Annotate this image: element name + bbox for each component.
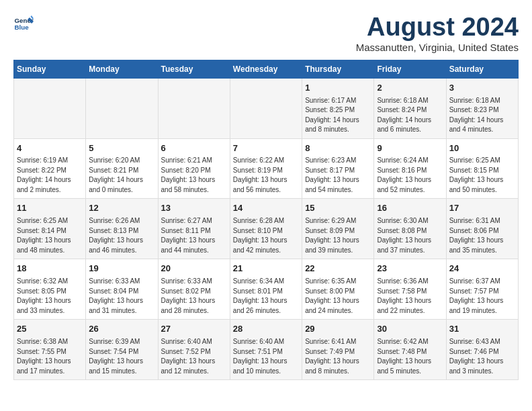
day-number: 22: [305, 263, 371, 275]
day-cell: 31Sunrise: 6:43 AM Sunset: 7:46 PM Dayli…: [446, 320, 518, 380]
day-cell: 22Sunrise: 6:35 AM Sunset: 8:00 PM Dayli…: [302, 259, 374, 320]
day-info: Sunrise: 6:17 AM Sunset: 8:25 PM Dayligh…: [305, 96, 371, 135]
day-cell: 15Sunrise: 6:29 AM Sunset: 8:09 PM Dayli…: [302, 199, 374, 259]
day-cell: 1Sunrise: 6:17 AM Sunset: 8:25 PM Daylig…: [302, 78, 374, 138]
week-row-5: 25Sunrise: 6:38 AM Sunset: 7:55 PM Dayli…: [14, 320, 519, 380]
column-header-wednesday: Wednesday: [230, 60, 302, 78]
day-info: Sunrise: 6:37 AM Sunset: 7:57 PM Dayligh…: [449, 277, 515, 316]
day-number: 6: [161, 142, 227, 155]
day-info: Sunrise: 6:33 AM Sunset: 8:04 PM Dayligh…: [89, 277, 154, 316]
day-number: 29: [305, 323, 371, 336]
day-number: 17: [449, 202, 515, 215]
column-header-monday: Monday: [86, 60, 158, 78]
day-info: Sunrise: 6:36 AM Sunset: 7:58 PM Dayligh…: [377, 277, 443, 316]
day-cell: 14Sunrise: 6:28 AM Sunset: 8:10 PM Dayli…: [230, 199, 302, 259]
day-info: Sunrise: 6:35 AM Sunset: 8:00 PM Dayligh…: [305, 277, 371, 316]
day-info: Sunrise: 6:24 AM Sunset: 8:16 PM Dayligh…: [377, 156, 443, 195]
day-cell: 19Sunrise: 6:33 AM Sunset: 8:04 PM Dayli…: [86, 259, 158, 320]
day-number: 2: [377, 82, 443, 95]
week-row-3: 11Sunrise: 6:25 AM Sunset: 8:14 PM Dayli…: [14, 199, 519, 259]
day-cell: 24Sunrise: 6:37 AM Sunset: 7:57 PM Dayli…: [446, 259, 518, 320]
day-number: 10: [449, 142, 515, 155]
day-info: Sunrise: 6:40 AM Sunset: 7:51 PM Dayligh…: [233, 337, 299, 376]
day-number: 31: [449, 323, 515, 336]
day-info: Sunrise: 6:29 AM Sunset: 8:09 PM Dayligh…: [305, 216, 371, 255]
day-info: Sunrise: 6:20 AM Sunset: 8:21 PM Dayligh…: [89, 156, 154, 195]
day-cell: 26Sunrise: 6:39 AM Sunset: 7:54 PM Dayli…: [86, 320, 158, 380]
day-number: 27: [161, 323, 227, 336]
week-row-1: 1Sunrise: 6:17 AM Sunset: 8:25 PM Daylig…: [14, 78, 519, 138]
day-info: Sunrise: 6:33 AM Sunset: 8:02 PM Dayligh…: [161, 277, 227, 316]
day-number: 13: [161, 202, 227, 215]
day-number: 14: [233, 202, 299, 215]
day-cell: 30Sunrise: 6:42 AM Sunset: 7:48 PM Dayli…: [374, 320, 446, 380]
day-cell: 12Sunrise: 6:26 AM Sunset: 8:13 PM Dayli…: [86, 199, 158, 259]
day-info: Sunrise: 6:27 AM Sunset: 8:11 PM Dayligh…: [161, 216, 227, 255]
day-cell: [158, 78, 230, 138]
week-row-4: 18Sunrise: 6:32 AM Sunset: 8:05 PM Dayli…: [14, 259, 519, 320]
day-info: Sunrise: 6:28 AM Sunset: 8:10 PM Dayligh…: [233, 216, 299, 255]
day-cell: 17Sunrise: 6:31 AM Sunset: 8:06 PM Dayli…: [446, 199, 518, 259]
main-title: August 2024: [356, 13, 519, 42]
day-info: Sunrise: 6:22 AM Sunset: 8:19 PM Dayligh…: [233, 156, 299, 195]
day-info: Sunrise: 6:21 AM Sunset: 8:20 PM Dayligh…: [161, 156, 227, 195]
day-number: 21: [233, 263, 299, 275]
column-header-sunday: Sunday: [14, 60, 86, 78]
day-number: 1: [305, 82, 371, 95]
day-cell: 5Sunrise: 6:20 AM Sunset: 8:21 PM Daylig…: [86, 138, 158, 199]
day-cell: 25Sunrise: 6:38 AM Sunset: 7:55 PM Dayli…: [14, 320, 86, 380]
day-number: 3: [449, 82, 515, 95]
day-cell: 3Sunrise: 6:18 AM Sunset: 8:23 PM Daylig…: [446, 78, 518, 138]
day-number: 9: [377, 142, 443, 155]
day-cell: 6Sunrise: 6:21 AM Sunset: 8:20 PM Daylig…: [158, 138, 230, 199]
day-cell: 20Sunrise: 6:33 AM Sunset: 8:02 PM Dayli…: [158, 259, 230, 320]
day-cell: 10Sunrise: 6:25 AM Sunset: 8:15 PM Dayli…: [446, 138, 518, 199]
day-cell: 9Sunrise: 6:24 AM Sunset: 8:16 PM Daylig…: [374, 138, 446, 199]
day-info: Sunrise: 6:41 AM Sunset: 7:49 PM Dayligh…: [305, 337, 371, 376]
day-cell: 29Sunrise: 6:41 AM Sunset: 7:49 PM Dayli…: [302, 320, 374, 380]
calendar-body: 1Sunrise: 6:17 AM Sunset: 8:25 PM Daylig…: [14, 78, 519, 379]
day-info: Sunrise: 6:18 AM Sunset: 8:23 PM Dayligh…: [449, 96, 515, 135]
day-number: 16: [377, 202, 443, 215]
day-info: Sunrise: 6:40 AM Sunset: 7:52 PM Dayligh…: [161, 337, 227, 376]
day-number: 23: [377, 263, 443, 275]
day-info: Sunrise: 6:38 AM Sunset: 7:55 PM Dayligh…: [17, 337, 83, 376]
day-cell: 23Sunrise: 6:36 AM Sunset: 7:58 PM Dayli…: [374, 259, 446, 320]
page-header: General Blue August 2024 Massanutten, Vi…: [13, 13, 519, 53]
day-number: 24: [449, 263, 515, 275]
day-cell: 27Sunrise: 6:40 AM Sunset: 7:52 PM Dayli…: [158, 320, 230, 380]
day-cell: 13Sunrise: 6:27 AM Sunset: 8:11 PM Dayli…: [158, 199, 230, 259]
day-info: Sunrise: 6:39 AM Sunset: 7:54 PM Dayligh…: [89, 337, 154, 376]
day-cell: 28Sunrise: 6:40 AM Sunset: 7:51 PM Dayli…: [230, 320, 302, 380]
day-number: 4: [17, 142, 83, 155]
day-cell: 8Sunrise: 6:23 AM Sunset: 8:17 PM Daylig…: [302, 138, 374, 199]
day-number: 20: [161, 263, 227, 275]
day-info: Sunrise: 6:32 AM Sunset: 8:05 PM Dayligh…: [17, 277, 83, 316]
day-number: 11: [17, 202, 83, 215]
column-header-saturday: Saturday: [446, 60, 518, 78]
day-number: 25: [17, 323, 83, 336]
calendar-header: SundayMondayTuesdayWednesdayThursdayFrid…: [14, 60, 519, 78]
logo: General Blue: [13, 13, 34, 34]
day-number: 12: [89, 202, 154, 215]
day-number: 19: [89, 263, 154, 275]
day-info: Sunrise: 6:25 AM Sunset: 8:14 PM Dayligh…: [17, 216, 83, 255]
day-info: Sunrise: 6:43 AM Sunset: 7:46 PM Dayligh…: [449, 337, 515, 376]
column-header-friday: Friday: [374, 60, 446, 78]
title-block: August 2024 Massanutten, Virginia, Unite…: [356, 13, 519, 53]
day-cell: 16Sunrise: 6:30 AM Sunset: 8:08 PM Dayli…: [374, 199, 446, 259]
logo-icon: General Blue: [13, 13, 34, 34]
day-cell: [230, 78, 302, 138]
day-number: 5: [89, 142, 154, 155]
day-info: Sunrise: 6:23 AM Sunset: 8:17 PM Dayligh…: [305, 156, 371, 195]
column-header-tuesday: Tuesday: [158, 60, 230, 78]
day-number: 26: [89, 323, 154, 336]
subtitle: Massanutten, Virginia, United States: [356, 42, 519, 53]
day-number: 28: [233, 323, 299, 336]
day-cell: 7Sunrise: 6:22 AM Sunset: 8:19 PM Daylig…: [230, 138, 302, 199]
day-info: Sunrise: 6:26 AM Sunset: 8:13 PM Dayligh…: [89, 216, 154, 255]
day-number: 7: [233, 142, 299, 155]
day-cell: 21Sunrise: 6:34 AM Sunset: 8:01 PM Dayli…: [230, 259, 302, 320]
day-info: Sunrise: 6:31 AM Sunset: 8:06 PM Dayligh…: [449, 216, 515, 255]
day-cell: 2Sunrise: 6:18 AM Sunset: 8:24 PM Daylig…: [374, 78, 446, 138]
